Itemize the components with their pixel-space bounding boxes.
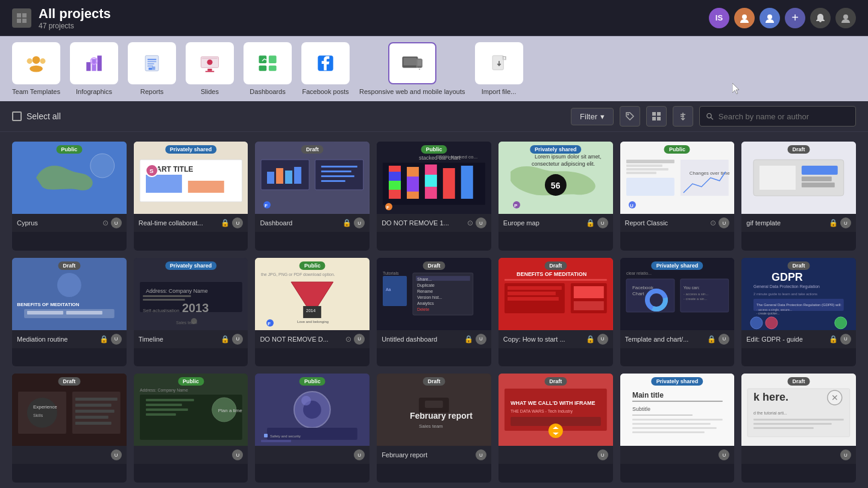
card-untitled-avatar: U xyxy=(476,334,486,345)
svg-rect-41 xyxy=(652,117,656,120)
card-row3-3-preview: Public Safety and security xyxy=(255,374,370,446)
svg-text:Skills: Skills xyxy=(33,413,43,418)
card-gif-avatar: U xyxy=(840,217,851,228)
card-row3-1[interactable]: Draft Experience Skills U xyxy=(12,374,127,483)
svg-rect-101 xyxy=(802,166,838,175)
svg-point-38 xyxy=(627,114,629,116)
card-meditation[interactable]: Draft BENEFITS OF MEDITATION Mediation r… xyxy=(12,258,127,367)
project-count: 47 projects xyxy=(39,22,111,30)
svg-rect-143 xyxy=(508,286,562,290)
avatar-1[interactable]: IS xyxy=(709,8,729,28)
svg-rect-184 xyxy=(146,399,194,401)
svg-rect-35 xyxy=(417,60,421,66)
svg-rect-60 xyxy=(321,166,357,167)
svg-rect-13 xyxy=(97,55,101,70)
category-infographics[interactable]: Infographics xyxy=(70,42,118,95)
card-untitled[interactable]: Draft Tutorials Share... Duplicate Renam… xyxy=(377,258,491,367)
card-donotremoved[interactable]: Public the JPG, PNG or PDF download opti… xyxy=(255,258,370,367)
dashboards-label: Dashboards xyxy=(250,88,285,95)
header: All projects 47 projects IS + xyxy=(0,0,868,36)
category-responsive-web[interactable]: Responsive web and mobile layouts xyxy=(359,42,465,95)
svg-point-9 xyxy=(27,58,33,64)
app-logo[interactable] xyxy=(12,8,31,28)
svg-point-105 xyxy=(57,273,81,297)
svg-text:Subtitle: Subtitle xyxy=(632,406,650,412)
select-all-container[interactable]: Select all xyxy=(12,111,61,121)
card-cyprus[interactable]: Public Cyprus ⊙ U xyxy=(12,142,127,251)
reports-icon-box xyxy=(128,42,176,84)
category-dashboards[interactable]: Dashboards xyxy=(244,42,292,95)
category-facebook-posts[interactable]: Facebook posts xyxy=(301,42,350,95)
svg-text:P: P xyxy=(514,203,518,208)
profile-avatar[interactable] xyxy=(835,8,856,28)
search-input[interactable] xyxy=(719,112,849,121)
card-datawars-preview: Draft WHAT WE CALL'D WITH IFRAME THE DAT… xyxy=(498,374,613,446)
card-row3-3[interactable]: Public Safety and security U xyxy=(255,374,370,483)
svg-rect-145 xyxy=(508,297,559,301)
card-donotremoved-avatar: U xyxy=(354,334,365,345)
card-tutorial-footer: U xyxy=(741,446,856,464)
card-untitled-lock-icon: 🔒 xyxy=(464,335,473,343)
card-europe[interactable]: Privately shared Lorem ipsum dolor sit a… xyxy=(498,142,613,251)
svg-rect-214 xyxy=(632,401,723,402)
svg-point-6 xyxy=(843,14,848,19)
filter-button[interactable]: Filter ▾ xyxy=(571,108,614,125)
sort-button[interactable] xyxy=(673,106,693,127)
svg-rect-228 xyxy=(753,423,832,425)
card-february[interactable]: Draft February report Sales team Februar… xyxy=(377,374,491,483)
card-maintitle-preview: Privately shared Main title Subtitle xyxy=(620,374,735,446)
card-timeline[interactable]: Privately shared Address: Company Name 2… xyxy=(134,258,248,367)
card-cyprus-share-icon: ⊙ xyxy=(102,219,108,227)
card-row3-2[interactable]: Public Address: Company Name Plan a time… xyxy=(134,374,248,483)
svg-text:2 minute guide to learn and ta: 2 minute guide to learn and take actions xyxy=(753,292,817,296)
search-icon xyxy=(706,112,714,120)
card-donotremove1-avatar: U xyxy=(476,217,486,228)
card-copy[interactable]: Draft BENEFITS OF MEDITATION Copy: How t… xyxy=(498,258,613,367)
category-import-file[interactable]: Import file... xyxy=(475,42,523,95)
grid-view-button[interactable] xyxy=(646,106,667,127)
card-february-footer: February report U xyxy=(377,446,491,464)
card-donotremove1[interactable]: Public stacked bar chart 100% stacked co… xyxy=(377,142,491,251)
card-realtime[interactable]: Privately shared CHART TITLE S Real-time… xyxy=(134,142,248,251)
svg-rect-57 xyxy=(276,168,283,184)
card-gdpr-avatar: U xyxy=(840,334,851,345)
filter-label: Filter xyxy=(580,112,597,121)
category-slides[interactable]: Slides xyxy=(186,42,234,95)
category-team-templates[interactable]: Team Templates xyxy=(12,42,60,95)
card-europe-preview: Privately shared Lorem ipsum dolor sit a… xyxy=(498,142,613,214)
svg-rect-185 xyxy=(146,404,182,406)
svg-rect-229 xyxy=(753,427,814,429)
svg-rect-219 xyxy=(632,427,717,429)
svg-point-169 xyxy=(835,317,847,329)
card-maintitle[interactable]: Privately shared Main title Subtitle U xyxy=(620,374,735,483)
card-reportclassic[interactable]: Public Changes over time U Report Classi… xyxy=(620,142,735,251)
card-timeline-footer: Timeline 🔒 U xyxy=(134,330,248,348)
svg-text:the JPG, PNG or PDF download o: the JPG, PNG or PDF download option. xyxy=(261,272,335,277)
svg-rect-109 xyxy=(66,311,102,314)
svg-text:BENEFITS OF MEDITATION: BENEFITS OF MEDITATION xyxy=(17,302,80,307)
card-gdpr[interactable]: Draft GDPR General Data Protection Regul… xyxy=(741,258,856,367)
svg-rect-227 xyxy=(753,419,844,421)
notification-button[interactable] xyxy=(810,8,831,28)
select-all-checkbox[interactable] xyxy=(12,111,22,121)
card-copy-lock-icon: 🔒 xyxy=(586,335,595,343)
tag-filter-button[interactable] xyxy=(620,106,640,127)
card-datawars[interactable]: Draft WHAT WE CALL'D WITH IFRAME THE DAT… xyxy=(498,374,613,483)
card-donotremoved-preview: Public the JPG, PNG or PDF download opti… xyxy=(255,258,370,330)
card-copy-avatar: U xyxy=(597,334,608,345)
card-gif[interactable]: Draft gif template 🔒 U xyxy=(741,142,856,251)
card-tutorial[interactable]: Draft k here. ✕ d the tutorial arti... U xyxy=(741,374,856,483)
card-cyprus-avatar: U xyxy=(111,217,122,228)
card-europe-lock-icon: 🔒 xyxy=(586,219,595,227)
avatar-2[interactable] xyxy=(734,8,755,28)
svg-point-7 xyxy=(33,56,40,64)
svg-rect-11 xyxy=(86,62,90,71)
card-template[interactable]: Privately shared clear relatio... Facebo… xyxy=(620,258,735,367)
avatar-3[interactable] xyxy=(760,8,780,28)
add-collaborator-button[interactable]: + xyxy=(785,8,805,28)
svg-rect-20 xyxy=(149,67,152,70)
card-dashboard[interactable]: Draft F Dashboard 🔒 U xyxy=(255,142,370,251)
category-reports[interactable]: Reports xyxy=(128,42,176,95)
svg-rect-39 xyxy=(652,112,656,116)
card-row3-2-badge: Public xyxy=(178,377,204,386)
